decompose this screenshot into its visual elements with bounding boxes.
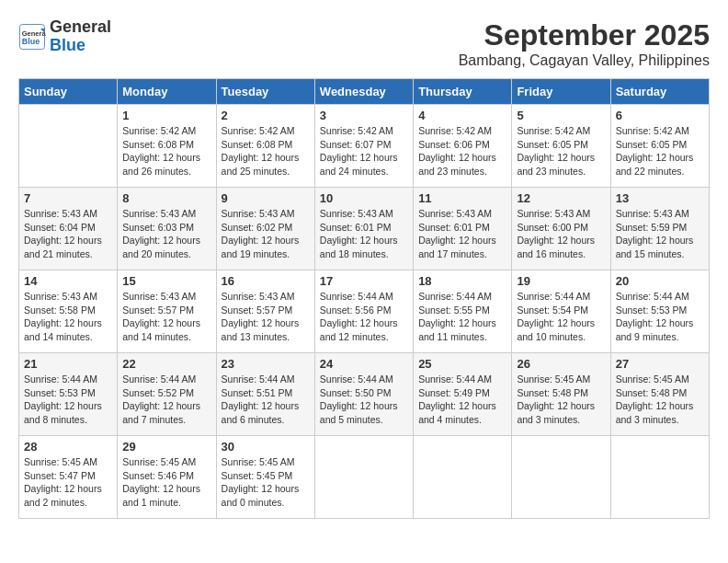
calendar-cell: 19Sunrise: 5:44 AM Sunset: 5:54 PM Dayli… [512,270,610,353]
calendar-cell: 12Sunrise: 5:43 AM Sunset: 6:00 PM Dayli… [512,188,610,270]
calendar-cell: 27Sunrise: 5:45 AM Sunset: 5:48 PM Dayli… [610,353,709,436]
day-info: Sunrise: 5:44 AM Sunset: 5:53 PM Dayligh… [616,290,704,344]
calendar-cell [19,105,118,188]
day-number: 6 [616,109,704,122]
calendar-week-row: 14Sunrise: 5:43 AM Sunset: 5:58 PM Dayli… [19,270,710,353]
day-info: Sunrise: 5:44 AM Sunset: 5:56 PM Dayligh… [320,290,408,344]
calendar-cell: 6Sunrise: 5:42 AM Sunset: 6:05 PM Daylig… [610,105,709,188]
calendar-header-row: SundayMondayTuesdayWednesdayThursdayFrid… [19,79,710,105]
calendar-cell: 15Sunrise: 5:43 AM Sunset: 5:57 PM Dayli… [118,270,216,353]
calendar-cell: 14Sunrise: 5:43 AM Sunset: 5:58 PM Dayli… [19,270,118,353]
calendar-cell: 4Sunrise: 5:42 AM Sunset: 6:06 PM Daylig… [414,105,512,188]
calendar-cell: 24Sunrise: 5:44 AM Sunset: 5:50 PM Dayli… [314,353,413,436]
calendar-cell [414,436,512,519]
calendar-cell: 11Sunrise: 5:43 AM Sunset: 6:01 PM Dayli… [414,188,512,270]
calendar-cell: 2Sunrise: 5:42 AM Sunset: 6:08 PM Daylig… [216,105,314,188]
day-info: Sunrise: 5:45 AM Sunset: 5:48 PM Dayligh… [616,373,704,427]
calendar-cell [314,436,413,519]
month-title: September 2025 [459,18,710,52]
day-number: 26 [517,357,605,371]
calendar-cell: 20Sunrise: 5:44 AM Sunset: 5:53 PM Dayli… [610,270,709,353]
calendar-cell: 30Sunrise: 5:45 AM Sunset: 5:45 PM Dayli… [216,436,314,519]
calendar-cell: 29Sunrise: 5:45 AM Sunset: 5:46 PM Dayli… [118,436,216,519]
day-number: 20 [616,274,704,288]
day-info: Sunrise: 5:42 AM Sunset: 6:05 PM Dayligh… [517,124,605,178]
calendar-week-row: 7Sunrise: 5:43 AM Sunset: 6:04 PM Daylig… [19,188,710,270]
calendar-cell: 13Sunrise: 5:43 AM Sunset: 5:59 PM Dayli… [610,188,709,270]
calendar-cell: 26Sunrise: 5:45 AM Sunset: 5:48 PM Dayli… [512,353,610,436]
calendar-cell: 8Sunrise: 5:43 AM Sunset: 6:03 PM Daylig… [118,188,216,270]
day-info: Sunrise: 5:44 AM Sunset: 5:49 PM Dayligh… [418,373,506,427]
day-header-saturday: Saturday [610,79,709,105]
day-number: 13 [616,191,704,205]
day-number: 14 [24,274,112,288]
calendar-cell [610,436,709,519]
day-info: Sunrise: 5:42 AM Sunset: 6:05 PM Dayligh… [616,124,704,178]
day-number: 18 [418,274,506,288]
day-number: 15 [122,274,210,288]
calendar-cell: 1Sunrise: 5:42 AM Sunset: 6:08 PM Daylig… [118,105,216,188]
calendar-cell: 16Sunrise: 5:43 AM Sunset: 5:57 PM Dayli… [216,270,314,353]
title-block: September 2025 Bambang, Cagayan Valley, … [459,18,710,69]
day-info: Sunrise: 5:43 AM Sunset: 6:02 PM Dayligh… [222,207,310,261]
day-info: Sunrise: 5:42 AM Sunset: 6:08 PM Dayligh… [122,124,210,178]
calendar-cell: 22Sunrise: 5:44 AM Sunset: 5:52 PM Dayli… [118,353,216,436]
day-number: 12 [517,191,605,205]
day-number: 5 [517,109,605,122]
day-number: 3 [320,109,408,122]
day-info: Sunrise: 5:44 AM Sunset: 5:53 PM Dayligh… [24,373,112,427]
day-info: Sunrise: 5:44 AM Sunset: 5:51 PM Dayligh… [222,373,310,427]
day-number: 29 [122,440,210,454]
day-number: 27 [616,357,704,371]
calendar-cell: 25Sunrise: 5:44 AM Sunset: 5:49 PM Dayli… [414,353,512,436]
day-number: 19 [517,274,605,288]
calendar-cell: 18Sunrise: 5:44 AM Sunset: 5:55 PM Dayli… [414,270,512,353]
day-info: Sunrise: 5:45 AM Sunset: 5:47 PM Dayligh… [24,455,112,510]
day-info: Sunrise: 5:45 AM Sunset: 5:46 PM Dayligh… [122,455,210,510]
day-header-sunday: Sunday [19,79,118,105]
calendar-cell: 3Sunrise: 5:42 AM Sunset: 6:07 PM Daylig… [314,105,413,188]
calendar-cell [512,436,610,519]
logo: General Blue General Blue [18,18,111,55]
day-number: 7 [24,191,112,205]
calendar-cell: 23Sunrise: 5:44 AM Sunset: 5:51 PM Dayli… [216,353,314,436]
day-number: 16 [222,274,310,288]
day-number: 17 [320,274,408,288]
day-number: 1 [122,109,210,122]
day-info: Sunrise: 5:44 AM Sunset: 5:52 PM Dayligh… [122,373,210,427]
day-info: Sunrise: 5:45 AM Sunset: 5:48 PM Dayligh… [517,373,605,427]
day-info: Sunrise: 5:44 AM Sunset: 5:54 PM Dayligh… [517,290,605,344]
page-header: General Blue General Blue September 2025… [18,18,710,69]
day-header-monday: Monday [118,79,216,105]
day-number: 24 [320,357,408,371]
day-header-thursday: Thursday [414,79,512,105]
calendar-cell: 5Sunrise: 5:42 AM Sunset: 6:05 PM Daylig… [512,105,610,188]
day-number: 8 [122,191,210,205]
day-number: 11 [418,191,506,205]
location-title: Bambang, Cagayan Valley, Philippines [459,52,710,69]
calendar-week-row: 21Sunrise: 5:44 AM Sunset: 5:53 PM Dayli… [19,353,710,436]
day-info: Sunrise: 5:42 AM Sunset: 6:06 PM Dayligh… [418,124,506,178]
day-number: 28 [24,440,112,454]
day-number: 10 [320,191,408,205]
calendar-week-row: 1Sunrise: 5:42 AM Sunset: 6:08 PM Daylig… [19,105,710,188]
day-info: Sunrise: 5:43 AM Sunset: 5:58 PM Dayligh… [24,290,112,344]
day-number: 4 [418,109,506,122]
calendar-cell: 10Sunrise: 5:43 AM Sunset: 6:01 PM Dayli… [314,188,413,270]
day-info: Sunrise: 5:43 AM Sunset: 5:57 PM Dayligh… [122,290,210,344]
calendar-week-row: 28Sunrise: 5:45 AM Sunset: 5:47 PM Dayli… [19,436,710,519]
day-number: 21 [24,357,112,371]
day-number: 30 [222,440,310,454]
day-header-wednesday: Wednesday [314,79,413,105]
day-info: Sunrise: 5:43 AM Sunset: 6:01 PM Dayligh… [320,207,408,261]
svg-text:Blue: Blue [22,36,40,45]
day-info: Sunrise: 5:45 AM Sunset: 5:45 PM Dayligh… [222,455,310,510]
calendar-cell: 7Sunrise: 5:43 AM Sunset: 6:04 PM Daylig… [19,188,118,270]
day-info: Sunrise: 5:43 AM Sunset: 6:04 PM Dayligh… [24,207,112,261]
day-info: Sunrise: 5:42 AM Sunset: 6:07 PM Dayligh… [320,124,408,178]
day-info: Sunrise: 5:43 AM Sunset: 6:01 PM Dayligh… [418,207,506,261]
day-info: Sunrise: 5:44 AM Sunset: 5:50 PM Dayligh… [320,373,408,427]
day-header-friday: Friday [512,79,610,105]
calendar-cell: 21Sunrise: 5:44 AM Sunset: 5:53 PM Dayli… [19,353,118,436]
day-number: 25 [418,357,506,371]
